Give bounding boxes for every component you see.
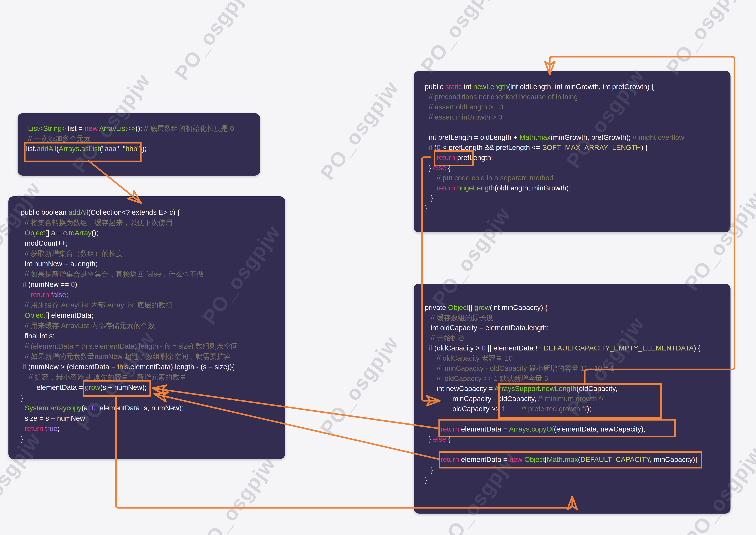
code-token: } — [425, 164, 433, 172]
code-token: (" — [100, 145, 105, 153]
code-token: return — [441, 456, 459, 464]
code-token: // 开始扩容 — [425, 334, 465, 342]
code-line: modCount++; — [21, 238, 285, 248]
code-line: } else { — [425, 434, 731, 444]
code-token: bbb — [126, 145, 137, 153]
code-token: final int s; — [21, 332, 55, 340]
code-token: // assert minGrowth > 0 — [425, 113, 502, 121]
code-token: DEFAULTCAPACITY_EMPTY_ELEMENTDATA — [544, 344, 694, 352]
code-line: public static int newLength(int oldLengt… — [425, 82, 731, 92]
code-token: . — [79, 145, 81, 153]
code-token: . — [48, 404, 50, 412]
code-token: elementData = — [21, 383, 85, 391]
code-token — [21, 229, 25, 237]
code-token: List<String> — [28, 125, 66, 132]
code-token: System — [25, 404, 48, 412]
code-token: if — [23, 280, 26, 288]
highlight-box-addall-args: list.addAll(Arrays.asList("aaa", "bbb" — [26, 145, 140, 153]
code-line: // 用来缓存 ArrayList 内部存储元素的个数 — [21, 321, 285, 331]
code-token: ) { — [694, 344, 700, 352]
highlight-box-newlength-call — [498, 383, 662, 419]
code-line: // oldCapacity 老容量 10 — [425, 353, 731, 363]
code-line: if (numNew > (elementData = this.element… — [21, 362, 285, 372]
code-line: // assert oldLength >= 0 — [425, 102, 731, 112]
watermark: PO_osgpjw — [170, 0, 257, 84]
code-line: int prefLength = oldLength + Math.max(mi… — [425, 132, 731, 143]
code-line: List<String> list = new ArrayList<>(); /… — [26, 124, 260, 133]
code-line: // 缓存数组的原长度 — [425, 313, 731, 323]
code-token: } — [425, 435, 433, 443]
code-token — [21, 280, 23, 288]
code-token — [43, 425, 45, 433]
code-token: ength; — [473, 154, 493, 161]
code-token — [26, 125, 28, 132]
code-token: toArray — [69, 229, 92, 237]
code-token: . — [535, 133, 537, 141]
code-token — [21, 291, 31, 299]
code-token: , minCapacity)] — [650, 456, 697, 464]
code-line: // 一次添加多个元素 — [26, 133, 260, 144]
code-line: size = s + numNew; — [21, 413, 285, 423]
code-token: aaa — [104, 145, 116, 153]
code-line: // 如果新增的元素数量numNew 超过了数组剩余空间，就需要扩容 — [21, 351, 285, 362]
code-line: return hugeLength(oldLength, minGrowth); — [425, 183, 731, 193]
code-token: 0 — [92, 404, 96, 412]
code-token: // 缓存数组的原长度 — [425, 314, 493, 322]
code-token: [ — [545, 456, 547, 464]
code-token: ; — [66, 291, 68, 299]
code-token: if — [23, 363, 26, 371]
code-token: grow — [475, 303, 490, 311]
code-token: public boolean — [21, 208, 69, 216]
code-token: size = s + numNew; — [21, 414, 87, 422]
code-token — [21, 311, 25, 319]
code-token — [425, 344, 429, 352]
highlight-box-return-pref: return prefL — [437, 154, 473, 161]
watermark: PO_osgpjw — [316, 76, 403, 184]
code-token: || elementData != — [486, 344, 544, 352]
code-token: elementData = — [459, 425, 509, 433]
code-token: private — [425, 303, 448, 311]
code-line — [425, 444, 731, 455]
code-token: // 底层数组的初始化长度是 0 — [144, 125, 234, 132]
code-token: // 扩容，最小容器是 原先的容量 + 新增元素的数量 — [21, 373, 187, 381]
code-token — [49, 291, 51, 299]
watermark: PO_osgpjw — [416, 0, 503, 77]
code-flow-diagram: List<String> list = new ArrayList<>(); /… — [0, 0, 756, 535]
code-token: // 如果是新增集合是空集合，直接返回 false，什么也不做 — [21, 270, 204, 278]
code-line: int oldCapacity = elementData.length; — [425, 323, 731, 333]
code-token: 0 — [482, 344, 485, 352]
code-token: // might overflow — [632, 133, 684, 141]
code-token: (); — [135, 125, 144, 132]
code-line: // 将集合转换为数组，缓存起来，以便下次使用 — [21, 217, 285, 228]
code-token: // preconditions not checked because of … — [425, 93, 578, 101]
code-token: addAll — [37, 145, 56, 153]
code-token — [21, 404, 25, 412]
code-token: ( — [432, 144, 437, 152]
code-token: list = — [66, 125, 85, 132]
code-token: Object — [25, 229, 45, 237]
code-token: " — [137, 145, 140, 153]
highlight-box-return-newobj: return elementData = new Object[Math.max… — [441, 456, 697, 464]
code-token: // oldCapacity 老容量 10 — [425, 354, 513, 362]
code-block-addall-method: public boolean addAll(Collection<? exten… — [9, 196, 285, 459]
code-token: int oldCapacity = elementData.length; — [425, 324, 549, 332]
code-token — [21, 363, 23, 371]
code-token: ; — [697, 456, 699, 464]
code-token: max — [565, 456, 578, 464]
code-token: if — [429, 344, 432, 352]
code-token: } — [425, 204, 427, 212]
code-line: } else { — [425, 163, 731, 173]
code-token: )); — [140, 145, 147, 153]
code-token: . — [563, 456, 565, 464]
code-token: 0 — [437, 144, 441, 152]
code-token: // assert oldLength >= 0 — [425, 103, 503, 111]
highlight-box-grow-call: grow(s + numNew); — [85, 383, 146, 391]
code-token: return — [441, 425, 459, 433]
code-token: (int oldLength, int minGrowth, int prefG… — [508, 83, 654, 91]
code-line: return prefLength; — [425, 153, 731, 163]
code-token: ; — [57, 425, 59, 433]
code-token: return — [437, 184, 455, 192]
code-block-newlength-method: public static int newLength(int oldLengt… — [414, 71, 731, 232]
code-line: list.addAll(Arrays.asList("aaa", "bbb"))… — [26, 144, 260, 154]
code-token: // oldCapacity >> 1 默认新增容量 5 — [425, 375, 548, 382]
